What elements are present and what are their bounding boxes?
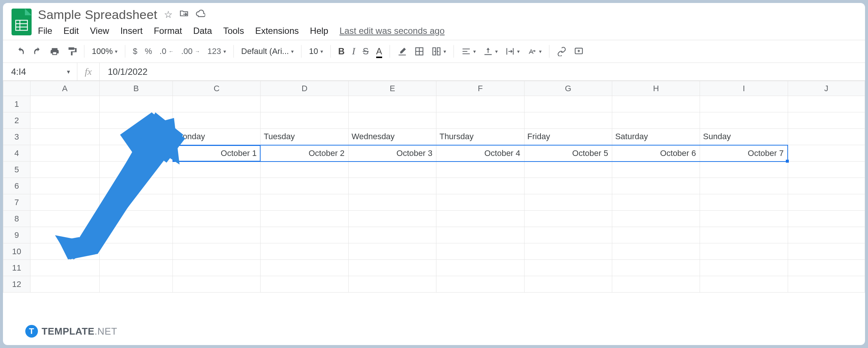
cell-G3[interactable]: Friday: [524, 129, 612, 145]
fill-color-button[interactable]: [397, 47, 407, 56]
menu-insert[interactable]: Insert: [120, 26, 143, 36]
italic-button[interactable]: I: [352, 46, 355, 57]
row-header-6[interactable]: 6: [3, 178, 30, 194]
document-title[interactable]: Sample Spreadsheet: [38, 7, 157, 22]
name-box-dropdown-icon[interactable]: ▼: [66, 69, 71, 75]
row-header-10[interactable]: 10: [3, 243, 30, 260]
col-header-B[interactable]: B: [100, 81, 173, 96]
menu-file[interactable]: File: [38, 26, 52, 36]
row-header-3[interactable]: 3: [3, 129, 30, 145]
row-header-9[interactable]: 9: [3, 227, 30, 243]
insert-link-button[interactable]: [557, 47, 567, 56]
format-currency-button[interactable]: $: [133, 47, 137, 56]
col-header-F[interactable]: F: [436, 81, 524, 96]
vertical-align-button[interactable]: [483, 47, 498, 56]
cell-E4[interactable]: October 3: [348, 145, 436, 162]
cell-D4[interactable]: October 2: [261, 145, 348, 162]
col-header-H[interactable]: H: [612, 81, 700, 96]
formula-bar[interactable]: 10/1/2022: [100, 67, 865, 77]
cell-F4[interactable]: October 4: [436, 145, 524, 162]
cell-G4[interactable]: October 5: [524, 145, 612, 162]
move-icon[interactable]: [179, 9, 189, 21]
merge-cells-button[interactable]: [432, 47, 446, 56]
cell-D3[interactable]: Tuesday: [261, 129, 348, 145]
cell-C3[interactable]: Monday: [173, 129, 261, 145]
row-header-5[interactable]: 5: [3, 162, 30, 178]
bold-button[interactable]: B: [338, 46, 345, 57]
menu-bar: File Edit View Insert Format Data Tools …: [38, 24, 445, 40]
cell-I3[interactable]: Sunday: [700, 129, 788, 145]
cell-E3[interactable]: Wednesday: [348, 129, 436, 145]
col-header-A[interactable]: A: [30, 81, 100, 96]
name-box[interactable]: 4:I4 ▼: [3, 63, 77, 80]
number-format-dropdown[interactable]: 123: [207, 47, 226, 56]
watermark: T TEMPLATE.NET: [25, 325, 117, 338]
fill-handle[interactable]: [786, 160, 789, 163]
spreadsheet-grid[interactable]: A B C D E F G H I J 1 2 3 Monda: [3, 81, 865, 293]
font-size-dropdown[interactable]: 10: [309, 47, 323, 56]
last-edit-link[interactable]: Last edit was seconds ago: [339, 26, 445, 36]
insert-comment-button[interactable]: [574, 47, 584, 56]
row-header-2[interactable]: 2: [3, 112, 30, 129]
undo-icon[interactable]: [16, 47, 25, 56]
select-all-corner[interactable]: [3, 81, 30, 96]
sheets-logo[interactable]: [10, 7, 33, 36]
menu-extensions[interactable]: Extensions: [255, 26, 299, 36]
horizontal-align-button[interactable]: [461, 47, 476, 56]
menu-tools[interactable]: Tools: [223, 26, 244, 36]
cell-H3[interactable]: Saturday: [612, 129, 700, 145]
toolbar: 100% $ % .0← .00→ 123 Default (Ari... 10…: [3, 40, 865, 63]
col-header-C[interactable]: C: [173, 81, 261, 96]
watermark-icon: T: [25, 325, 38, 338]
text-color-button[interactable]: A: [376, 46, 382, 57]
paint-format-icon[interactable]: [67, 47, 77, 56]
col-header-J[interactable]: J: [788, 81, 865, 96]
print-icon[interactable]: [50, 47, 59, 56]
text-wrap-button[interactable]: [505, 47, 520, 56]
menu-help[interactable]: Help: [310, 26, 328, 36]
star-icon[interactable]: ☆: [164, 9, 172, 20]
format-percent-button[interactable]: %: [145, 47, 152, 56]
row-header-8[interactable]: 8: [3, 211, 30, 227]
menu-format[interactable]: Format: [154, 26, 182, 36]
cell-H4[interactable]: October 6: [612, 145, 700, 162]
row-header-4[interactable]: 4: [3, 145, 30, 162]
borders-button[interactable]: [414, 47, 424, 56]
cell-F3[interactable]: Thursday: [436, 129, 524, 145]
zoom-dropdown[interactable]: 100%: [92, 47, 117, 56]
text-rotation-button[interactable]: [527, 47, 542, 56]
row-header-12[interactable]: 12: [3, 276, 30, 293]
cell-C4[interactable]: October 1: [173, 145, 261, 162]
col-header-D[interactable]: D: [261, 81, 348, 96]
cloud-icon[interactable]: [196, 9, 205, 21]
row-header-7[interactable]: 7: [3, 194, 30, 211]
row-header-11[interactable]: 11: [3, 260, 30, 276]
col-header-E[interactable]: E: [348, 81, 436, 96]
col-header-G[interactable]: G: [524, 81, 612, 96]
fx-label: fx: [77, 63, 100, 80]
cell-I4[interactable]: October 7: [700, 145, 788, 162]
row-header-1[interactable]: 1: [3, 96, 30, 112]
col-header-I[interactable]: I: [700, 81, 788, 96]
menu-view[interactable]: View: [90, 26, 109, 36]
menu-edit[interactable]: Edit: [64, 26, 79, 36]
redo-icon[interactable]: [33, 47, 42, 56]
font-dropdown[interactable]: Default (Ari...: [241, 47, 294, 56]
strikethrough-button[interactable]: S: [363, 46, 369, 57]
increase-decimal-button[interactable]: .00→: [181, 47, 200, 56]
decrease-decimal-button[interactable]: .0←: [159, 47, 174, 56]
menu-data[interactable]: Data: [193, 26, 212, 36]
